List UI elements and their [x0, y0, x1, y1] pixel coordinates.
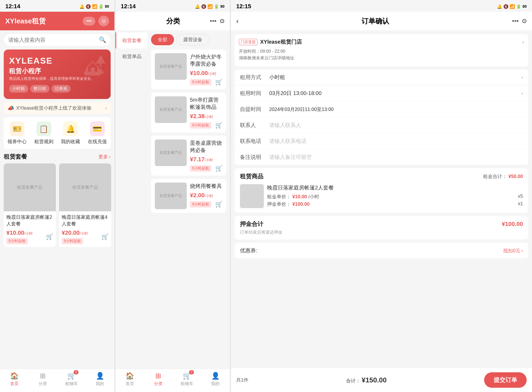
list-cart-1[interactable]: 🛒 [215, 79, 222, 86]
list-item-3[interactable]: 租赁套餐产品 蛋卷桌露营烧烤必备 ¥7.17/小时 5小时起租 🛒 [151, 136, 226, 176]
list-item-1[interactable]: 租赁套餐产品 户外烧火炉冬季露营必备 ¥10.00/小时 5小时起租 🛒 [151, 49, 226, 89]
panel-order: 12:15 🔔 🔇 📶 🔋 80 ‹ 订单确认 ••• ⊙ 门店直提 XYlea… [231, 0, 532, 392]
list-cart-3[interactable]: 🛒 [215, 165, 222, 172]
remark-label: 备注说明 [240, 154, 269, 161]
more-link[interactable]: 更多 › [98, 154, 111, 160]
min-tag-2: 5小时起租 [62, 238, 83, 244]
cart-icon: 🛒3 [67, 372, 76, 380]
cart-badge: 3 [74, 370, 78, 374]
list-item-2[interactable]: 租赁套餐产品 5m串灯露营帐篷装饰品 ¥2.38/小时 5小时起租 🛒 [151, 93, 226, 133]
quick-item-favorites[interactable]: 🔔 我的收藏 [61, 121, 80, 145]
nav-cart[interactable]: 🛒3 租物车 [64, 372, 80, 387]
store-card[interactable]: 门店直提 XYlease租赁门店 › 开放时间：09:00 - 22:00 湖南… [235, 34, 528, 66]
list-price-1: ¥10.00/小时 [190, 70, 222, 77]
nav-category[interactable]: ⊞ 分类 [35, 372, 51, 387]
search-input[interactable] [8, 37, 96, 43]
add-cart-1[interactable]: 🛒 [46, 233, 53, 240]
add-cart-2[interactable]: 🛒 [101, 233, 109, 240]
category-target-button[interactable]: ⊙ [220, 18, 225, 24]
list-info-1: 户外烧火炉冬季露营必备 ¥10.00/小时 5小时起租 🛒 [190, 53, 222, 86]
list-min-tag-4: 5小时起租 [190, 201, 211, 208]
status-bar-2: 12:14 🔔 🔇 📶 🔋 80 [115, 0, 230, 12]
contact-name-row[interactable]: 联系人 请输入联系人 [235, 117, 528, 133]
nav2-cart[interactable]: 🛒3 租物车 [179, 372, 195, 387]
submit-button[interactable]: 提交订单 [484, 372, 527, 388]
home2-icon: 🏠 [126, 372, 134, 380]
coupon-action[interactable]: 抵扣0元 › [503, 247, 523, 254]
coupon-label: 优惠券: [240, 247, 257, 254]
goods-header: 租赁商品 租金合计： ¥50.00 [240, 172, 523, 180]
store-address: 湖南株洲未来云门店详细地址 [239, 55, 524, 61]
product-card-2[interactable]: 租赁套餐产品 晚霞日落家庭房帐篷4人套餐 ¥20.00/小时 5小时起租 🛒 [59, 163, 111, 247]
deposit-note: 订单结束后将退还押金 [240, 230, 523, 235]
goods-total: 租金合计： ¥50.00 [483, 173, 523, 180]
order-target-button[interactable]: ⊙ [522, 18, 527, 24]
notice-text: XYlease租赁小程序上线了欢迎体验 [16, 105, 103, 111]
remark-input[interactable]: 请输入备注可留空 [269, 154, 523, 161]
coupon-row[interactable]: 优惠券: 抵扣0元 › [235, 243, 528, 258]
nav2-mine[interactable]: 👤 我的 [207, 372, 223, 387]
rent-method-value: 小时租 [269, 74, 521, 81]
list-name-1: 户外烧火炉冬季露营必备 [190, 53, 222, 68]
list-meta-3: 5小时起租 🛒 [190, 165, 222, 172]
mine2-label: 我的 [211, 381, 220, 387]
remark-row[interactable]: 备注说明 请输入备注可留空 [235, 149, 528, 165]
list-name-4: 烧烤用餐餐具 [190, 183, 222, 190]
recharge-label: 在线充值 [88, 138, 107, 145]
pickup-time-label: 自提时间 [240, 106, 269, 113]
product-card-1[interactable]: 租赁套餐产品 晚霞日落家庭房帐篷2人套餐 ¥10.00/小时 5小时起租 🛒 [4, 163, 56, 247]
bottom-nav-1: 🏠 首页 ⊞ 分类 🛒3 租物车 👤 我的 [0, 369, 114, 392]
target-button[interactable]: ⊙ [98, 16, 109, 26]
contact-phone-row[interactable]: 联系电话 请输入联系电话 [235, 133, 528, 149]
list-name-3: 蛋卷桌露营烧烤必备 [190, 139, 222, 154]
nav-mine[interactable]: 👤 我的 [92, 372, 108, 387]
filter-tabs: 全部 露营设备 [151, 34, 226, 45]
coupon-arrow-icon: › [521, 248, 523, 253]
contact-name-input[interactable]: 请输入联系人 [269, 122, 523, 129]
home2-label: 首页 [126, 381, 134, 387]
order-title: 订单确认 [242, 16, 509, 26]
recharge-icon: 💳 [90, 121, 105, 136]
list-img-2: 租赁套餐产品 [155, 96, 187, 123]
category-label: 分类 [39, 381, 47, 387]
search-bar[interactable]: 🔍 [4, 34, 111, 46]
tag-hourly[interactable]: 小时租 [9, 85, 28, 93]
category-more-button[interactable]: ••• [210, 17, 217, 25]
nav-home[interactable]: 🏠 首页 [6, 372, 22, 387]
rules-label: 租赁规则 [34, 138, 53, 145]
rent-method-label: 租用方式 [240, 74, 269, 81]
tag-overnight[interactable]: 过夜租 [52, 85, 71, 93]
notice-arrow: › [105, 105, 107, 111]
nav2-home[interactable]: 🏠 首页 [122, 372, 138, 387]
bottom-nav-2: 🏠 首页 ⊞ 分类 🛒3 租物车 👤 我的 [115, 369, 230, 392]
filter-all[interactable]: 全部 [151, 34, 174, 45]
list-cart-4[interactable]: 🛒 [215, 201, 222, 208]
quick-menu: 🎫 领券中心 📋 租赁规则 🔔 我的收藏 💳 在线充值 [4, 117, 111, 149]
list-min-tag-1: 5小时起租 [190, 79, 211, 85]
list-cart-2[interactable]: 🛒 [215, 122, 222, 129]
nav2-category[interactable]: ⊞ 分类 [150, 372, 166, 387]
back-button[interactable]: ‹ [236, 17, 239, 25]
list-item-4[interactable]: 租赁套餐产品 烧烤用餐餐具 ¥2.00/小时 5小时起租 🛒 [151, 179, 226, 213]
status-icons-3: 🔔 🔇 📶 🔋 80 [497, 4, 527, 9]
deposit-title: 押金合计 [240, 220, 263, 228]
deposit-qty: x1 [518, 201, 523, 207]
goods-name: 晚霞日落家庭房帐篷2人套餐 [267, 184, 523, 191]
more-button[interactable]: ••• [83, 17, 95, 26]
filter-camping[interactable]: 露营设备 [177, 34, 209, 45]
order-more-button[interactable]: ••• [512, 17, 519, 25]
tag-daily[interactable]: 整日租 [30, 85, 49, 93]
product-img-1: 租赁套餐产品 [4, 163, 56, 211]
notice-bar[interactable]: 📣 XYlease租赁小程序上线了欢迎体验 › [4, 102, 111, 114]
quick-item-rules[interactable]: 📋 租赁规则 [34, 121, 53, 145]
quick-item-coupon[interactable]: 🎫 领券中心 [7, 121, 27, 145]
left-item-single[interactable]: 租赁单品 [115, 48, 147, 64]
quick-item-recharge[interactable]: 💳 在线充值 [88, 121, 107, 145]
left-item-package[interactable]: 租赁套餐 [115, 32, 147, 48]
time-1: 12:14 [5, 3, 20, 10]
rent-time-row[interactable]: 租用时间 03月20日 13:00-18:00 › [235, 85, 528, 101]
contact-phone-input[interactable]: 请输入联系电话 [269, 138, 523, 145]
list-info-2: 5m串灯露营帐篷装饰品 ¥2.38/小时 5小时起租 🛒 [190, 96, 222, 129]
rent-method-row[interactable]: 租用方式 小时租 › [235, 69, 528, 85]
total-label: 租金合计： [483, 174, 507, 179]
